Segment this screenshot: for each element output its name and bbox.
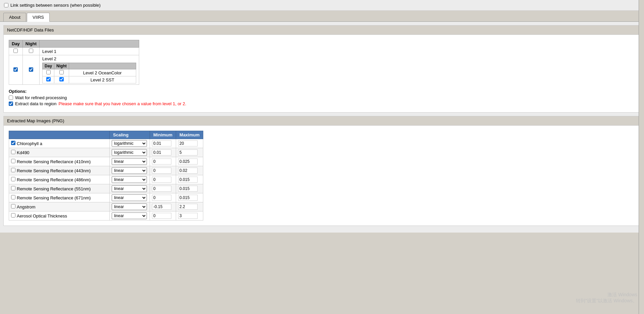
png-scaling-cell-0[interactable]: linearlogarithmic xyxy=(110,139,150,148)
png-row-text-1: Kd490 xyxy=(17,150,30,155)
png-max-input-4[interactable] xyxy=(178,177,198,183)
png-scaling-cell-8[interactable]: linearlogarithmic xyxy=(110,211,150,221)
oc-day-cell[interactable] xyxy=(43,69,54,76)
level1-night-checkbox[interactable] xyxy=(29,49,33,53)
png-max-input-1[interactable] xyxy=(178,149,198,155)
png-row-text-4: Remote Sensing Reflectance (486nm) xyxy=(17,177,91,182)
png-min-input-8[interactable] xyxy=(152,213,171,219)
level1-night-cell[interactable] xyxy=(22,48,39,55)
png-max-cell-6[interactable] xyxy=(176,193,203,202)
netcdf-col-day: Day xyxy=(9,40,23,48)
level1-day-cell[interactable] xyxy=(9,48,23,55)
png-max-input-2[interactable] xyxy=(178,159,198,165)
tab-about[interactable]: About xyxy=(3,13,26,21)
png-min-cell-1[interactable] xyxy=(150,148,176,157)
level2-day-cell[interactable] xyxy=(9,55,23,85)
png-min-input-4[interactable] xyxy=(152,177,171,183)
sst-day-checkbox[interactable] xyxy=(46,77,51,81)
tab-viirs[interactable]: VIIRS xyxy=(27,13,50,22)
option1-checkbox[interactable] xyxy=(9,96,13,100)
scrollbar[interactable] xyxy=(639,0,644,233)
png-min-input-1[interactable] xyxy=(152,149,171,155)
sst-night-checkbox[interactable] xyxy=(59,77,64,81)
png-min-cell-3[interactable] xyxy=(150,166,176,175)
sst-night-cell[interactable] xyxy=(54,76,69,83)
png-max-cell-4[interactable] xyxy=(176,175,203,184)
png-min-input-2[interactable] xyxy=(152,159,171,165)
png-scaling-cell-4[interactable]: linearlogarithmic xyxy=(110,175,150,184)
png-scaling-select-4[interactable]: linearlogarithmic xyxy=(112,176,147,183)
png-max-cell-5[interactable] xyxy=(176,184,203,193)
option2-row: Extract data to region Please make sure … xyxy=(9,101,635,106)
png-row-checkbox-4[interactable] xyxy=(11,177,15,181)
png-min-cell-4[interactable] xyxy=(150,175,176,184)
level2-night-cell[interactable] xyxy=(22,55,39,85)
png-scaling-select-1[interactable]: linearlogarithmic xyxy=(112,149,147,156)
png-max-input-8[interactable] xyxy=(178,213,198,219)
png-max-input-7[interactable] xyxy=(178,204,198,210)
png-max-cell-8[interactable] xyxy=(176,211,203,221)
sub-col-day: Day xyxy=(43,63,54,69)
png-min-cell-8[interactable] xyxy=(150,211,176,221)
oc-night-cell[interactable] xyxy=(54,69,69,76)
png-scaling-select-2[interactable]: linearlogarithmic xyxy=(112,158,147,165)
png-scaling-select-0[interactable]: linearlogarithmic xyxy=(112,140,147,147)
png-row-checkbox-7[interactable] xyxy=(11,204,15,208)
png-max-cell-7[interactable] xyxy=(176,202,203,211)
level2-day-checkbox[interactable] xyxy=(13,67,18,72)
png-min-input-3[interactable] xyxy=(152,168,171,174)
png-min-input-7[interactable] xyxy=(152,204,171,210)
link-settings-label[interactable]: Link settings between sensors (when poss… xyxy=(4,3,640,8)
png-max-cell-3[interactable] xyxy=(176,166,203,175)
png-section: Extracted Map Images (PNG) Scaling Minim… xyxy=(3,116,641,226)
png-scaling-cell-5[interactable]: linearlogarithmic xyxy=(110,184,150,193)
table-row: Level 2 Day Night xyxy=(9,55,139,85)
link-settings-checkbox[interactable] xyxy=(4,3,8,7)
png-max-input-0[interactable] xyxy=(178,140,198,146)
oc-day-checkbox[interactable] xyxy=(46,70,51,74)
png-row-label-3: Remote Sensing Reflectance (443nm) xyxy=(9,166,110,175)
png-scaling-cell-3[interactable]: linearlogarithmic xyxy=(110,166,150,175)
png-scaling-cell-2[interactable]: linearlogarithmic xyxy=(110,157,150,166)
png-row-checkbox-8[interactable] xyxy=(11,213,15,217)
png-header: Extracted Map Images (PNG) xyxy=(4,116,640,126)
png-row-checkbox-3[interactable] xyxy=(11,168,15,172)
png-max-cell-2[interactable] xyxy=(176,157,203,166)
level1-day-checkbox[interactable] xyxy=(13,49,18,53)
png-row-checkbox-2[interactable] xyxy=(11,159,15,163)
png-scaling-select-3[interactable]: linearlogarithmic xyxy=(112,167,147,174)
png-min-cell-2[interactable] xyxy=(150,157,176,166)
png-row-checkbox-0[interactable] xyxy=(11,141,15,145)
png-row-checkbox-6[interactable] xyxy=(11,195,15,199)
png-min-input-5[interactable] xyxy=(152,186,171,192)
png-min-cell-6[interactable] xyxy=(150,193,176,202)
png-scaling-cell-7[interactable]: linearlogarithmic xyxy=(110,202,150,211)
png-max-input-5[interactable] xyxy=(178,186,198,192)
png-scaling-select-6[interactable]: linearlogarithmic xyxy=(112,194,147,201)
png-min-input-6[interactable] xyxy=(152,195,171,201)
png-table: Scaling Minimum Maximum Chlorophyll alin… xyxy=(9,131,203,221)
netcdf-header: NetCDF/HDF Data Files xyxy=(4,25,640,35)
sub-col-night: Night xyxy=(54,63,69,69)
png-scaling-select-5[interactable]: linearlogarithmic xyxy=(112,185,147,192)
option2-checkbox[interactable] xyxy=(9,102,13,106)
png-min-input-0[interactable] xyxy=(152,140,171,146)
png-min-cell-5[interactable] xyxy=(150,184,176,193)
png-col-name xyxy=(9,131,110,139)
png-max-cell-1[interactable] xyxy=(176,148,203,157)
png-scaling-cell-1[interactable]: linearlogarithmic xyxy=(110,148,150,157)
level2-night-checkbox[interactable] xyxy=(29,67,33,72)
png-max-input-6[interactable] xyxy=(178,195,198,201)
png-max-cell-0[interactable] xyxy=(176,139,203,148)
oc-night-checkbox[interactable] xyxy=(59,70,64,74)
png-min-cell-0[interactable] xyxy=(150,139,176,148)
png-scaling-cell-6[interactable]: linearlogarithmic xyxy=(110,193,150,202)
sst-day-cell[interactable] xyxy=(43,76,54,83)
png-row-checkbox-5[interactable] xyxy=(11,186,15,190)
png-scaling-select-7[interactable]: linearlogarithmic xyxy=(112,203,147,210)
png-max-input-3[interactable] xyxy=(178,168,198,174)
png-min-cell-7[interactable] xyxy=(150,202,176,211)
png-scaling-select-8[interactable]: linearlogarithmic xyxy=(112,212,147,219)
top-bar: Link settings between sensors (when poss… xyxy=(0,0,644,11)
png-row-checkbox-1[interactable] xyxy=(11,150,15,154)
